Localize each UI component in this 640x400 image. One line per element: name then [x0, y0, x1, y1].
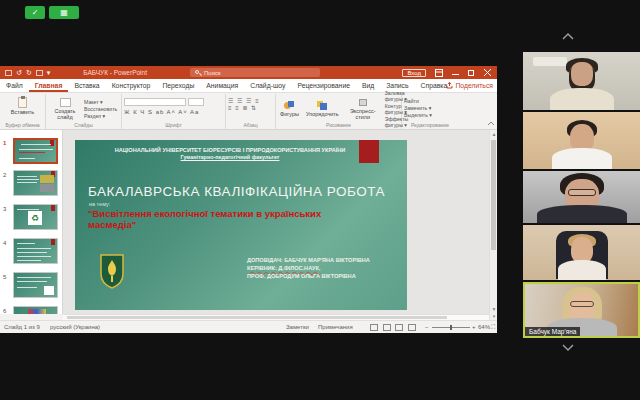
font-name-select[interactable] — [124, 98, 186, 106]
participant-video-4[interactable] — [523, 225, 640, 280]
slide-sorter-view-icon[interactable] — [383, 324, 391, 331]
thumbnail-image — [40, 184, 54, 192]
thumb-number: 4 — [3, 240, 6, 246]
save-icon[interactable] — [5, 70, 12, 76]
current-slide[interactable]: НАЦІОНАЛЬНИЙ УНІВЕРСИТЕТ БІОРЕСУРСІВ І П… — [75, 140, 407, 310]
slide-thumbnail-3[interactable]: ♻ — [13, 204, 58, 230]
close-icon[interactable] — [484, 69, 491, 76]
tab-file[interactable]: Файл — [0, 79, 29, 92]
minimize-icon[interactable] — [452, 69, 459, 76]
quick-styles-button[interactable]: Экспресс-стили — [344, 96, 382, 121]
font-size-buttons[interactable]: A˄ A˅ Aa — [166, 109, 199, 115]
glasses — [568, 189, 596, 196]
zoom-slider[interactable] — [432, 327, 470, 328]
zoom-out-button[interactable]: − — [425, 324, 429, 330]
participant-name-label: Бабчук Мар'яна — [525, 327, 580, 336]
restore-icon[interactable] — [468, 69, 475, 76]
title-bar: ↺ ↻ ▾ БАБЧУК - PowerPoint Поиск Вход — [0, 66, 497, 79]
slide-thumbnail-6[interactable] — [13, 306, 58, 314]
zoom-level[interactable]: 64% — [478, 324, 490, 330]
thumb-number: 5 — [3, 274, 6, 280]
redo-icon[interactable]: ↻ — [26, 69, 32, 77]
slides-group: Создать слайд Макет ▾ Восстановить Разде… — [46, 94, 122, 129]
tab-design[interactable]: Конструктор — [106, 79, 157, 92]
meeting-window: ✓ ▦ ↺ ↻ ▾ БАБЧУК - PowerPoint Поиск — [0, 0, 640, 400]
view-buttons[interactable] — [370, 324, 419, 331]
participant-video-active-speaker[interactable]: Бабчук Мар'яна — [523, 282, 640, 338]
font-group: Ж К Ч S ab A˄ A˅ Aa Шрифт — [122, 94, 226, 129]
tab-slideshow[interactable]: Слайд-шоу — [244, 79, 291, 92]
share-button[interactable]: Поделиться — [446, 79, 493, 92]
thumbnail-image — [40, 175, 54, 183]
list-buttons[interactable]: ☰ ☰ ☰ ≡ — [228, 98, 273, 105]
layout-button[interactable]: Макет ▾ — [84, 99, 117, 105]
new-slide-button[interactable]: Создать слайд — [48, 96, 82, 121]
recycle-icon: ♻ — [28, 211, 42, 225]
status-bar: Слайд 1 из 9 русский (Украина) Заметки П… — [0, 320, 497, 333]
tab-home[interactable]: Главная — [29, 79, 69, 92]
slide-thumbnail-5[interactable] — [13, 272, 58, 298]
ribbon: Вставить Буфер обмена Создать слайд Маке… — [0, 94, 497, 130]
find-button[interactable]: Найти — [404, 98, 456, 104]
customize-qat-icon[interactable]: ▾ — [47, 69, 51, 77]
language-indicator[interactable]: русский (Украина) — [50, 324, 100, 330]
font-style-buttons[interactable]: Ж К Ч S ab — [124, 109, 164, 115]
normal-view-icon[interactable] — [370, 324, 378, 331]
clipboard-group: Вставить Буфер обмена — [0, 94, 46, 129]
air-conditioner — [533, 57, 567, 66]
replace-button[interactable]: Заменить ▾ — [404, 105, 456, 111]
scrollbar-thumb[interactable] — [491, 140, 496, 250]
slide-thumbnail-1[interactable] — [13, 138, 58, 164]
participant-video-1[interactable] — [523, 52, 640, 110]
align-buttons[interactable]: ≡ ≡ ≣ ⇅ — [228, 105, 273, 112]
scrollbar-thumb[interactable] — [67, 316, 447, 319]
slide-red-accent — [359, 140, 379, 163]
font-size-select[interactable] — [188, 98, 204, 106]
section-button[interactable]: Раздел ▾ — [84, 113, 117, 119]
editing-group: Найти Заменить ▾ Выделить ▾ Редактирован… — [402, 94, 458, 129]
participant-video-3[interactable] — [523, 171, 640, 223]
fit-to-window-icon[interactable]: ⛶ — [491, 324, 495, 331]
undo-icon[interactable]: ↺ — [16, 69, 22, 77]
drawing-group: Фигуры Упорядочить Экспресс-стили Заливк… — [276, 94, 402, 129]
collapse-ribbon-icon[interactable] — [487, 120, 495, 127]
start-presentation-icon[interactable] — [36, 70, 43, 76]
notes-button[interactable]: Заметки — [286, 324, 309, 330]
vertical-scrollbar[interactable]: ▲ ▼ ▾ — [489, 130, 497, 320]
search-icon — [195, 70, 199, 74]
slide-university-header: НАЦІОНАЛЬНИЙ УНІВЕРСИТЕТ БІОРЕСУРСІВ І П… — [95, 147, 365, 161]
slide-thumbnail-2[interactable] — [13, 170, 58, 196]
paste-button[interactable]: Вставить — [2, 96, 43, 116]
chevron-up-icon — [561, 32, 575, 40]
zoom-slider-knob[interactable] — [450, 325, 452, 330]
ribbon-display-options-icon[interactable] — [435, 69, 443, 77]
slide-subtitle-label: на тему: — [89, 201, 110, 207]
search-input[interactable]: Поиск — [190, 68, 320, 77]
shapes-button[interactable]: Фигуры — [278, 96, 301, 121]
tab-animations[interactable]: Анимация — [200, 79, 244, 92]
collapse-video-panel-button[interactable] — [561, 32, 575, 40]
tab-view[interactable]: Вид — [356, 79, 380, 92]
arrange-icon — [317, 101, 327, 110]
thumb-number: 2 — [3, 172, 6, 178]
arrange-button[interactable]: Упорядочить — [304, 96, 341, 121]
search-placeholder: Поиск — [204, 70, 221, 76]
meeting-shield-badge[interactable]: ✓ — [25, 6, 45, 19]
thumbnail-image — [28, 309, 46, 314]
quick-access-toolbar: ↺ ↻ ▾ — [0, 69, 55, 77]
sign-in-button[interactable]: Вход — [402, 69, 426, 77]
expand-video-panel-button[interactable] — [561, 344, 575, 352]
comments-button[interactable]: Примечания — [318, 324, 353, 330]
reading-view-icon[interactable] — [395, 324, 403, 331]
slide-counter: Слайд 1 из 9 — [4, 324, 40, 330]
slide-thumbnail-4[interactable] — [13, 238, 58, 264]
select-button[interactable]: Выделить ▾ — [404, 112, 456, 118]
tab-insert[interactable]: Вставка — [68, 79, 105, 92]
slideshow-view-icon[interactable] — [408, 324, 416, 331]
zoom-in-button[interactable]: + — [472, 324, 476, 330]
reset-button[interactable]: Восстановить — [84, 106, 117, 112]
tab-review[interactable]: Рецензирование — [291, 79, 355, 92]
participant-video-2[interactable] — [523, 112, 640, 169]
meeting-info-badge[interactable]: ▦ — [49, 6, 79, 19]
tab-transitions[interactable]: Переходы — [156, 79, 200, 92]
